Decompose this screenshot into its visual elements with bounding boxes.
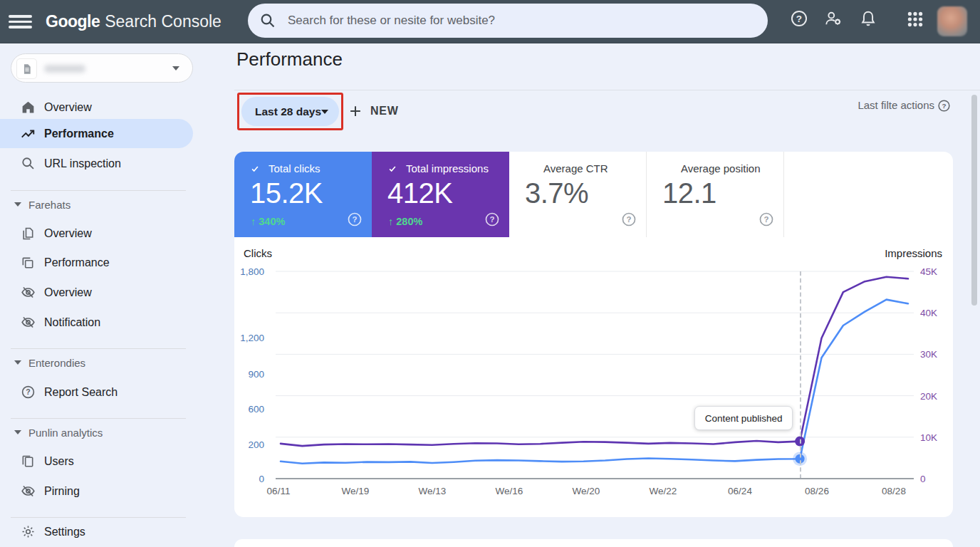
metric-card-average-position: Average position 12.1 ? bbox=[647, 152, 784, 237]
metric-value: 15.2K bbox=[250, 177, 323, 209]
sidebar-item-label: Pirning bbox=[44, 485, 80, 498]
sidebar-item-url-inspection[interactable]: URL inspection bbox=[0, 149, 193, 178]
eye-off-icon bbox=[20, 285, 36, 301]
sidebar-item-performance[interactable]: Performance bbox=[0, 119, 193, 148]
x-tick-label: We/22 bbox=[650, 486, 677, 496]
left-tick-label: 200 bbox=[248, 439, 264, 449]
new-filter-label: NEW bbox=[370, 105, 399, 118]
help-icon[interactable]: ? bbox=[621, 212, 637, 227]
search-placeholder: Search for these or nesite for website? bbox=[288, 14, 495, 28]
search-icon bbox=[259, 12, 276, 29]
apps-grid-icon[interactable] bbox=[906, 10, 924, 28]
checkbox-checked[interactable] bbox=[251, 163, 262, 174]
right-tick-label: 40K bbox=[920, 308, 937, 318]
section-title: Enterondies bbox=[28, 357, 85, 369]
x-tick-label: 06/24 bbox=[728, 486, 752, 496]
metric-card-average-ctr: Average CTR 3.7% ? bbox=[509, 152, 647, 237]
x-tick-label: We/20 bbox=[573, 486, 600, 496]
new-filter-button[interactable]: NEW bbox=[348, 98, 399, 124]
sidebar-item-label: Report Search bbox=[44, 386, 118, 399]
eye-off-icon bbox=[20, 315, 36, 330]
help-icon[interactable]: ? bbox=[759, 212, 774, 227]
avatar[interactable] bbox=[937, 6, 967, 36]
left-tick-label: 1,200 bbox=[240, 333, 264, 343]
search-icon bbox=[20, 156, 36, 172]
last-filter-actions-label: Last filte actions bbox=[783, 99, 934, 111]
logo-google: Google bbox=[46, 12, 100, 31]
metric-label: Total impressions bbox=[406, 162, 489, 174]
notifications-bell-icon[interactable] bbox=[859, 9, 877, 28]
right-axis-title: Impressions bbox=[885, 247, 942, 259]
eye-off-icon bbox=[20, 484, 36, 499]
section-title: Farehats bbox=[28, 199, 71, 211]
help-icon[interactable]: ? bbox=[347, 212, 363, 227]
section-header-punlin-analytics[interactable]: Punlin analytics bbox=[0, 422, 193, 443]
x-axis-labels: 06/11We/19We/13We/16We/20We/2206/2408/26… bbox=[276, 486, 914, 500]
metric-label: Average position bbox=[681, 162, 760, 174]
document-icon bbox=[16, 58, 37, 79]
gear-icon bbox=[20, 524, 36, 540]
divider bbox=[11, 348, 186, 349]
sidebar-item-overview-3[interactable]: Overview bbox=[0, 278, 193, 307]
svg-text:?: ? bbox=[796, 14, 802, 24]
trending-up-icon bbox=[20, 126, 36, 142]
help-icon[interactable]: ? bbox=[790, 9, 808, 28]
left-tick-label: 1,800 bbox=[240, 266, 264, 277]
hamburger-menu-icon[interactable] bbox=[9, 15, 32, 28]
sidebar-item-label: Performance bbox=[44, 256, 110, 269]
copy-icon bbox=[20, 255, 36, 271]
svg-text:?: ? bbox=[353, 215, 358, 224]
left-tick-label: 0 bbox=[259, 474, 264, 484]
vertical-scrollbar[interactable] bbox=[971, 95, 977, 306]
google-search-console-logo[interactable]: GoogleSearch Console bbox=[46, 0, 221, 43]
sidebar-item-report-search[interactable]: ? Report Search bbox=[0, 377, 193, 407]
right-tick-label: 20K bbox=[920, 390, 937, 401]
checkbox-checked[interactable] bbox=[388, 163, 400, 174]
sidebar-item-performance-2[interactable]: Performance bbox=[0, 248, 193, 277]
svg-text:?: ? bbox=[764, 215, 769, 224]
divider bbox=[11, 190, 186, 191]
collapse-triangle-icon bbox=[14, 202, 21, 207]
search-input[interactable]: Search for these or nesite for website? bbox=[248, 4, 768, 38]
collapse-triangle-icon bbox=[14, 430, 21, 434]
sidebar-item-label: Notification bbox=[44, 316, 100, 329]
help-icon[interactable]: ? bbox=[484, 212, 500, 227]
checkbox-unchecked[interactable] bbox=[663, 163, 674, 174]
right-tick-label: 45K bbox=[920, 266, 937, 277]
series-clicks bbox=[281, 300, 908, 464]
sidebar-item-label: Settings bbox=[44, 526, 85, 538]
pages-icon bbox=[20, 454, 36, 469]
sidebar-item-users[interactable]: Users bbox=[0, 447, 193, 476]
x-tick-label: 08/28 bbox=[882, 486, 906, 496]
right-tick-label: 10K bbox=[920, 432, 937, 442]
metric-value: 412K bbox=[387, 177, 452, 209]
sidebar-item-notification[interactable]: Notification bbox=[0, 308, 193, 337]
left-axis-ticks: 1,8001,2009006002000 bbox=[234, 271, 270, 479]
help-icon[interactable]: ? bbox=[937, 99, 951, 113]
x-axis-line bbox=[276, 478, 914, 479]
section-header-enterondies[interactable]: Enterondies bbox=[0, 352, 193, 373]
sidebar-item-label: Users bbox=[44, 455, 74, 468]
sidebar-item-label: Overview bbox=[44, 101, 92, 114]
help-icon: ? bbox=[20, 385, 36, 400]
svg-text:?: ? bbox=[627, 215, 632, 224]
sidebar-item-settings[interactable]: Settings bbox=[0, 517, 193, 546]
home-icon bbox=[20, 100, 36, 115]
svg-text:?: ? bbox=[26, 387, 30, 396]
metric-delta: 340% bbox=[251, 216, 285, 227]
property-selector[interactable] bbox=[11, 53, 193, 83]
sidebar-item-label: Performance bbox=[44, 127, 114, 140]
plus-icon bbox=[348, 103, 363, 119]
sidebar-item-label: Overview bbox=[44, 227, 92, 240]
metric-value: 3.7% bbox=[525, 177, 588, 209]
x-tick-label: 08/26 bbox=[805, 486, 829, 496]
date-range-filter[interactable]: Last 28 days bbox=[241, 97, 339, 126]
left-tick-label: 600 bbox=[248, 403, 264, 414]
sidebar-item-overview-2[interactable]: Overview bbox=[0, 219, 193, 248]
sidebar-item-pirning[interactable]: Pirning bbox=[0, 476, 193, 506]
section-header-farehats[interactable]: Farehats bbox=[0, 194, 193, 215]
manage-users-icon[interactable] bbox=[824, 9, 843, 28]
sidebar-item-overview[interactable]: Overview bbox=[0, 93, 193, 122]
checkbox-unchecked[interactable] bbox=[526, 163, 537, 174]
section-title: Punlin analytics bbox=[28, 427, 103, 439]
